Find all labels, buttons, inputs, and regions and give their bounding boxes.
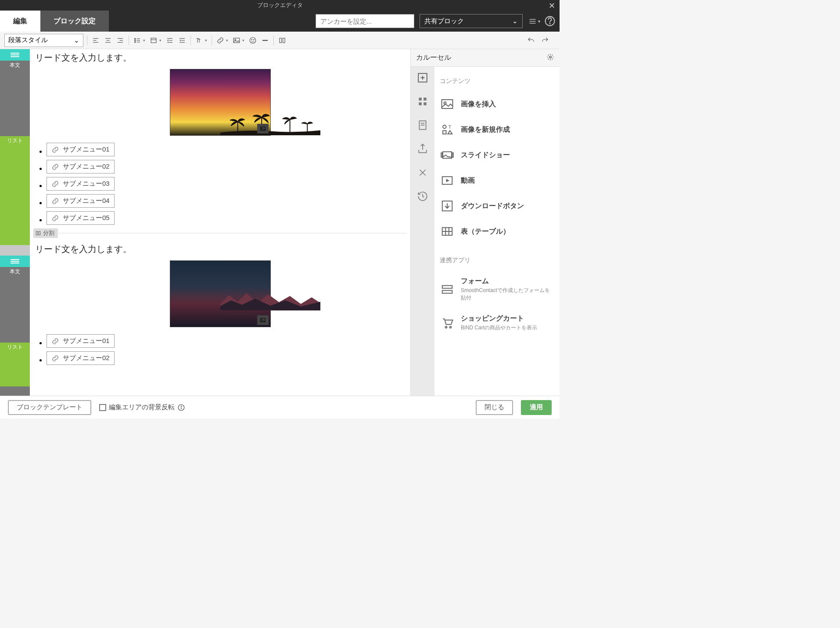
hr-icon[interactable] bbox=[260, 36, 270, 45]
right-panel-header: カルーセル bbox=[411, 49, 560, 67]
new-image-item[interactable]: T 画像を新規作成 bbox=[439, 117, 555, 142]
gear-icon[interactable] bbox=[546, 53, 554, 63]
svg-rect-49 bbox=[419, 102, 422, 105]
lead-text[interactable]: リード文を入力します。 bbox=[33, 49, 407, 67]
image-block[interactable] bbox=[33, 67, 407, 139]
svg-rect-59 bbox=[443, 131, 446, 134]
slideshow-icon bbox=[441, 148, 454, 162]
svg-point-32 bbox=[251, 39, 252, 40]
list-item: サブメニュー01 bbox=[47, 143, 407, 156]
rail-history-icon[interactable] bbox=[417, 191, 428, 202]
help-icon[interactable] bbox=[544, 15, 556, 27]
close-button[interactable]: 閉じる bbox=[476, 400, 513, 415]
info-icon[interactable] bbox=[177, 404, 185, 411]
paragraph-style-select[interactable]: 段落スタイル ⌄ bbox=[4, 34, 83, 47]
submenu-label: サブメニュー02 bbox=[63, 162, 110, 171]
editor-area[interactable]: 本文 リスト 本文 リスト リード文を入力します。 bbox=[0, 49, 410, 396]
close-icon[interactable]: ✕ bbox=[549, 1, 555, 11]
image-thumb-sunset[interactable] bbox=[170, 69, 271, 136]
svg-point-16 bbox=[135, 41, 136, 42]
table-icon bbox=[441, 225, 454, 238]
rail-import-icon[interactable] bbox=[417, 143, 428, 155]
image-edit-badge[interactable] bbox=[257, 315, 269, 325]
section-handle[interactable] bbox=[0, 49, 30, 61]
submenu-link[interactable]: サブメニュー01 bbox=[47, 143, 115, 156]
panel-section-label: 連携アプリ bbox=[440, 256, 555, 264]
download-button-item[interactable]: ダウンロードボタン bbox=[439, 193, 555, 219]
top-bar: 編集 ブロック設定 共有ブロック ⌄ ▾ bbox=[0, 11, 560, 32]
menu-icon[interactable]: ▾ bbox=[528, 15, 540, 27]
lead-text[interactable]: リード文を入力します。 bbox=[33, 241, 407, 259]
svg-point-33 bbox=[254, 39, 255, 40]
video-icon bbox=[441, 174, 454, 187]
submenu-link[interactable]: サブメニュー03 bbox=[47, 177, 115, 191]
svg-point-4 bbox=[549, 23, 550, 24]
submenu-link[interactable]: サブメニュー02 bbox=[47, 351, 115, 365]
tab-block-settings[interactable]: ブロック設定 bbox=[40, 11, 109, 32]
apply-button[interactable]: 適用 bbox=[521, 400, 552, 415]
emoji-icon[interactable] bbox=[248, 36, 258, 45]
align-right-icon[interactable] bbox=[115, 36, 125, 45]
align-left-icon[interactable] bbox=[91, 36, 101, 45]
gutter-body-label: 本文 bbox=[0, 267, 30, 343]
svg-point-57 bbox=[443, 125, 446, 129]
list-dropdown-icon[interactable] bbox=[149, 36, 158, 45]
svg-rect-47 bbox=[419, 97, 422, 101]
invert-bg-checkbox[interactable]: 編集エリアの背景反転 bbox=[99, 403, 185, 411]
align-center-icon[interactable] bbox=[103, 36, 113, 45]
anchor-input[interactable] bbox=[316, 14, 414, 28]
submenu-link[interactable]: サブメニュー01 bbox=[47, 334, 115, 348]
svg-rect-73 bbox=[442, 290, 452, 293]
tab-edit[interactable]: 編集 bbox=[0, 11, 40, 32]
slideshow-item[interactable]: スライドショー bbox=[439, 142, 555, 168]
svg-point-31 bbox=[250, 37, 256, 43]
insert-panel: コンテンツ 画像を挿入 T 画像を新規作成 スライドショー 動画 bbox=[434, 67, 560, 396]
chevron-down-icon: ⌄ bbox=[74, 36, 79, 44]
form-icon bbox=[441, 283, 454, 296]
indent-icon[interactable] bbox=[177, 36, 187, 45]
submenu-label: サブメニュー03 bbox=[63, 180, 110, 188]
svg-point-78 bbox=[181, 406, 181, 406]
rail-grid-icon[interactable] bbox=[417, 96, 428, 107]
form-app-item[interactable]: フォームSmoothContactで作成したフォームを貼付 bbox=[439, 271, 555, 308]
rail-add-icon[interactable] bbox=[417, 72, 428, 83]
video-item[interactable]: 動画 bbox=[439, 168, 555, 193]
link-icon[interactable] bbox=[215, 36, 225, 45]
list-bullet-icon[interactable] bbox=[133, 36, 142, 45]
svg-rect-63 bbox=[452, 153, 453, 157]
text-style-icon[interactable]: T bbox=[194, 36, 204, 45]
image-icon[interactable] bbox=[232, 36, 241, 45]
svg-rect-62 bbox=[441, 153, 442, 157]
submenu-link[interactable]: サブメニュー04 bbox=[47, 194, 115, 208]
columns-icon[interactable] bbox=[277, 36, 287, 45]
submenu-label: サブメニュー01 bbox=[63, 337, 110, 345]
svg-rect-48 bbox=[424, 97, 427, 101]
share-block-select[interactable]: 共有ブロック ⌄ bbox=[420, 14, 523, 28]
split-chip[interactable]: 分割 bbox=[33, 228, 58, 238]
insert-image-item[interactable]: 画像を挿入 bbox=[439, 91, 555, 117]
table-item[interactable]: 表（テーブル） bbox=[439, 219, 555, 244]
image-block[interactable] bbox=[33, 259, 407, 331]
rail-doc-icon[interactable] bbox=[417, 119, 428, 131]
rail-tools-icon[interactable] bbox=[417, 167, 428, 178]
list-item: サブメニュー04 bbox=[47, 194, 407, 208]
image-thumb-mountain[interactable] bbox=[170, 260, 271, 327]
svg-marker-60 bbox=[448, 131, 452, 134]
mountain-ridge bbox=[220, 291, 320, 310]
svg-rect-39 bbox=[36, 231, 38, 235]
section-handle[interactable] bbox=[0, 256, 30, 267]
block-template-button[interactable]: ブロックテンプレート bbox=[8, 400, 91, 415]
split-bar[interactable]: 分割 bbox=[33, 228, 407, 238]
mini-rail bbox=[411, 67, 434, 396]
format-toolbar: 段落スタイル ⌄ ▾ ▾ T▾ ▾ ▾ bbox=[0, 32, 560, 49]
undo-icon[interactable] bbox=[526, 36, 536, 45]
submenu-link[interactable]: サブメニュー02 bbox=[47, 160, 115, 173]
svg-point-74 bbox=[445, 326, 447, 328]
image-edit-badge[interactable] bbox=[257, 124, 269, 134]
outdent-icon[interactable] bbox=[165, 36, 175, 45]
submenu-link[interactable]: サブメニュー05 bbox=[47, 211, 115, 225]
redo-icon[interactable] bbox=[540, 36, 550, 45]
cart-app-item[interactable]: ショッピングカートBiND Cartの商品やカートを表示 bbox=[439, 308, 555, 338]
svg-rect-40 bbox=[39, 231, 40, 235]
right-panel-title: カルーセル bbox=[416, 53, 451, 62]
